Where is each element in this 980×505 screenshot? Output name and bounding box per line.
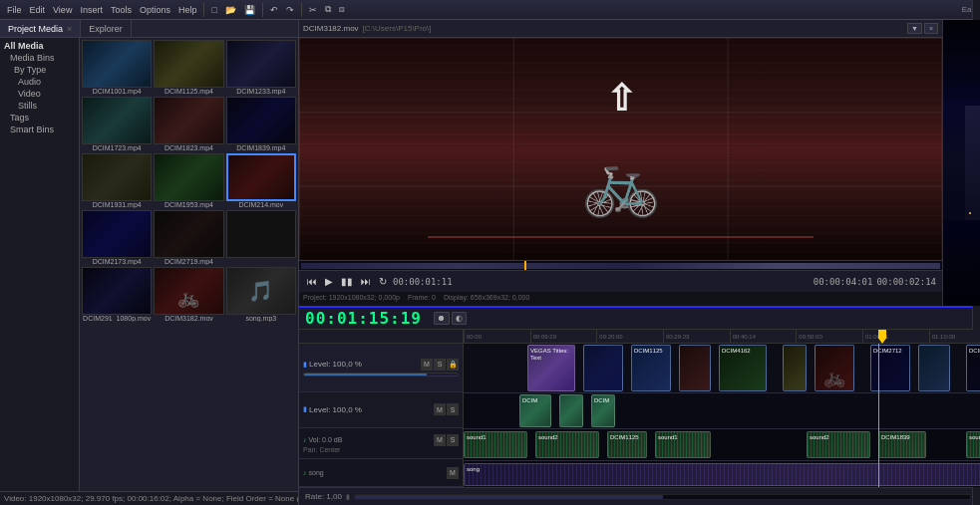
menu-insert[interactable]: Insert — [77, 4, 106, 16]
media-thumb-dcim1233[interactable]: DCIM1233.mp4 — [226, 40, 296, 95]
ruler-4: 00:40:14 — [730, 330, 797, 344]
video2-mute-btn[interactable]: M — [434, 403, 446, 415]
clip-v1-4[interactable]: DCIM4162 — [719, 345, 767, 391]
scrubber-bar[interactable] — [299, 260, 942, 270]
menu-view[interactable]: View — [50, 4, 75, 16]
clip-v1-9[interactable]: DCIM3817 — [966, 345, 980, 391]
toolbar-paste[interactable]: ⧈ — [336, 3, 348, 16]
media-thumb-dcim1723[interactable]: DCIM1723.mp4 — [82, 97, 152, 151]
clip-v2-3[interactable]: DCIM — [591, 394, 615, 427]
timeline-ruler: 00:00 00:09:29 00:20:00 00:29:23 00:40:1… — [464, 330, 980, 344]
clip-a1-5[interactable]: sound2 — [807, 431, 870, 458]
video-track-2: DCIM DCIM — [464, 393, 980, 429]
close-project-media[interactable]: × — [67, 24, 72, 34]
ruler-1: 00:09:29 — [530, 330, 597, 344]
tree-item-video[interactable]: Video — [2, 88, 77, 100]
clip-v1-6[interactable]: 🚲 — [815, 345, 854, 391]
tree-item-tags[interactable]: Tags — [2, 112, 77, 124]
toolbar-open[interactable]: 📂 — [222, 4, 239, 16]
main-layout: Project Media × Explorer All Media Media… — [0, 20, 980, 505]
video1-lock-btn[interactable]: 🔒 — [447, 359, 459, 371]
clip-a1-6[interactable]: DCIM1839 — [878, 431, 926, 458]
tree-item-stills[interactable]: Stills — [2, 100, 77, 112]
preview-goto-end[interactable]: ⏭ — [359, 275, 373, 288]
timeline-scrollbar[interactable] — [354, 494, 972, 500]
preview-path: [C:\Users\P15\Pro\] — [363, 24, 432, 33]
preview-timecode-start: 00:00:04:01 — [814, 277, 873, 287]
preview-goto-start[interactable]: ⏮ — [305, 275, 319, 288]
clip-titles-text[interactable]: VEGAS Titles: Text — [527, 345, 575, 391]
tl-btn-rec[interactable]: ⏺ — [434, 312, 450, 325]
tree-item-smart-bins[interactable]: Smart Bins — [2, 124, 77, 135]
clip-v1-2[interactable]: DCIM1125 — [631, 345, 671, 391]
clip-a1-3[interactable]: DCIM1125 — [607, 431, 647, 458]
menu-options[interactable]: Options — [137, 4, 173, 16]
media-thumb-dcim291[interactable]: DCIM291_1080p.mov — [82, 267, 152, 322]
audio2-label: song — [309, 469, 324, 476]
toolbar-new[interactable]: □ — [208, 4, 219, 16]
toolbar-cut[interactable]: ✂ — [306, 4, 320, 16]
center-right-area: DCIM3182.mov [C:\Users\P15\Pro\] ▼ × ⇧ 🚲 — [299, 20, 980, 505]
rate-label: Rate: 1,00 — [305, 492, 342, 501]
audio1-pan-value: Center — [319, 446, 340, 453]
tab-project-media[interactable]: Project Media × — [0, 20, 81, 37]
preview-close-btn[interactable]: × — [924, 23, 938, 34]
tree-item-audio[interactable]: Audio — [2, 76, 77, 88]
media-thumb-dcim2173[interactable]: DCIM2173.mp4 — [82, 210, 152, 265]
toolbar-copy[interactable]: ⧉ — [322, 3, 334, 16]
tree-item-media-bins[interactable]: Media Bins — [2, 52, 77, 64]
audio1-solo-btn[interactable]: S — [447, 434, 459, 446]
clip-v1-7[interactable]: DCIM2712 — [870, 345, 910, 391]
media-thumb-dcim1953[interactable]: DCIM1953.mp4 — [154, 153, 223, 208]
media-thumb-dcim3182[interactable]: 🚲 DCIM3182.mov — [154, 267, 223, 322]
clip-v2-1[interactable]: DCIM — [519, 394, 551, 427]
tl-btn-snap[interactable]: ◐ — [452, 312, 467, 325]
clip-v1-1[interactable] — [583, 345, 623, 391]
ruler-marks: 00:00 00:09:29 00:20:00 00:29:23 00:40:1… — [464, 330, 980, 344]
preview-play[interactable]: ▶ — [323, 275, 335, 288]
tab-explorer[interactable]: Explorer — [81, 20, 132, 37]
audio1-vol: Vol: 0.0 dB — [309, 436, 343, 443]
media-thumb-dcim1839[interactable]: DCIM1839.mp4 — [226, 97, 296, 151]
clip-v1-8[interactable] — [918, 345, 950, 391]
clip-a1-1[interactable]: sound1 — [464, 431, 527, 458]
video-track-1: VEGAS Titles: Text DCIM1125 — [464, 344, 980, 393]
media-thumb-dcim1823[interactable]: DCIM1823.mp4 — [154, 97, 223, 151]
preview-frame-info: Frame: 0 — [408, 294, 436, 304]
clip-a1-2[interactable]: sound2 — [535, 431, 599, 458]
media-thumb-dcim214[interactable]: DCIM214.mov — [226, 153, 296, 208]
menu-tools[interactable]: Tools — [108, 4, 135, 16]
video1-solo-btn[interactable]: S — [434, 359, 446, 371]
menu-help[interactable]: Help — [175, 4, 200, 16]
toolbar-undo[interactable]: ↶ — [267, 4, 281, 16]
audio2-type-icon: ♪ — [303, 469, 307, 476]
media-thumb-dcim2719[interactable]: DCIM2719.mp4 — [154, 210, 223, 265]
clip-v2-2[interactable] — [559, 394, 583, 427]
clip-song[interactable]: song — [464, 463, 980, 486]
timeline-tracks-area[interactable]: 00:00 00:09:29 00:20:00 00:29:23 00:40:1… — [464, 330, 980, 487]
clip-v1-5-bg — [784, 346, 806, 390]
clip-v1-3[interactable] — [679, 345, 711, 391]
tree-item-by-type[interactable]: By Type — [2, 64, 77, 76]
audio1-mute-btn[interactable]: M — [434, 434, 446, 446]
menu-file[interactable]: File — [4, 4, 25, 16]
toolbar-redo[interactable]: ↷ — [283, 4, 297, 16]
video1-mute-btn[interactable]: M — [421, 359, 433, 371]
toolbar-save[interactable]: 💾 — [241, 4, 258, 16]
audio2-mute-btn[interactable]: M — [447, 467, 459, 479]
media-thumb-dcim1125[interactable]: DCIM1125.mp4 — [154, 40, 223, 95]
preview-settings-btn[interactable]: ▼ — [907, 23, 922, 34]
menu-edit[interactable]: Edit — [27, 4, 49, 16]
timeline-scroll-thumb — [355, 495, 663, 499]
tree-header-all-media[interactable]: All Media — [2, 40, 77, 52]
media-thumb-dcim1001[interactable]: DCIM1001.mp4 — [82, 40, 152, 95]
preview-info-bar: Project: 1920x1080x32; 0,000p Frame: 0 D… — [299, 292, 942, 306]
preview-loop[interactable]: ↻ — [377, 275, 389, 288]
media-thumb-dcim1931[interactable]: DCIM1931.mp4 — [82, 153, 152, 208]
media-thumb-song[interactable]: 🎵 song.mp3 — [226, 267, 296, 322]
video2-solo-btn[interactable]: S — [447, 403, 459, 415]
clip-a1-7[interactable]: sound1 — [966, 431, 980, 458]
clip-a1-4[interactable]: sound1 — [655, 431, 711, 458]
preview-pause[interactable]: ▮▮ — [339, 275, 355, 288]
clip-v1-5[interactable] — [783, 345, 807, 391]
